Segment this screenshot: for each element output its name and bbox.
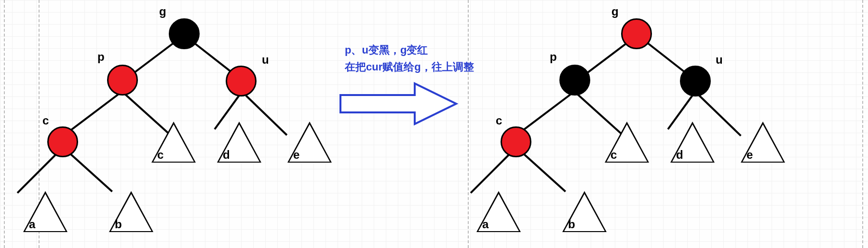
subtree-a-label: a xyxy=(29,218,35,231)
subtree-c-label-right: c xyxy=(610,148,617,162)
node-g-label: g xyxy=(159,5,166,18)
subtree-b: b xyxy=(109,191,153,232)
node-p-label-right: p xyxy=(550,50,557,64)
arrow-icon xyxy=(338,80,461,128)
subtree-a-right: a xyxy=(476,191,521,232)
annotation: p、u变黑，g变红 在把cur赋值给g，往上调整 xyxy=(345,41,474,75)
subtree-b-label-right: b xyxy=(568,218,575,231)
node-g-right xyxy=(621,18,652,49)
subtree-e-label: e xyxy=(293,148,299,162)
node-c-label-right: c xyxy=(496,114,502,127)
node-c-label: c xyxy=(42,114,49,127)
node-g-label-right: g xyxy=(611,5,619,18)
node-p-right xyxy=(559,65,590,96)
subtree-e-label-right: e xyxy=(746,148,753,162)
node-u-label-right: u xyxy=(716,53,723,67)
subtree-b-label: b xyxy=(115,218,122,231)
subtree-a-label-right: a xyxy=(482,218,488,231)
annotation-line-1: p、u变黑，g变红 xyxy=(345,41,474,58)
subtree-c-label: c xyxy=(157,148,163,162)
node-u xyxy=(226,66,257,96)
subtree-c: c xyxy=(151,122,196,163)
node-g xyxy=(169,18,200,49)
subtree-a: a xyxy=(23,191,68,232)
subtree-b-right: b xyxy=(562,191,607,232)
svg-marker-0 xyxy=(340,83,456,124)
annotation-line-2: 在把cur赋值给g，往上调整 xyxy=(345,58,474,75)
node-p-label: p xyxy=(97,50,105,64)
node-u-label: u xyxy=(262,53,269,67)
subtree-c-right: c xyxy=(605,122,649,163)
subtree-e-right: e xyxy=(741,122,785,163)
subtree-e: e xyxy=(287,122,332,163)
subtree-d-label: d xyxy=(223,148,230,162)
subtree-d: d xyxy=(217,122,261,163)
subtree-d-label-right: d xyxy=(676,148,683,162)
node-c-right xyxy=(501,126,531,157)
node-c xyxy=(47,126,78,157)
subtree-d-right: d xyxy=(670,122,715,163)
node-u-right xyxy=(680,66,711,96)
node-p xyxy=(107,65,138,96)
